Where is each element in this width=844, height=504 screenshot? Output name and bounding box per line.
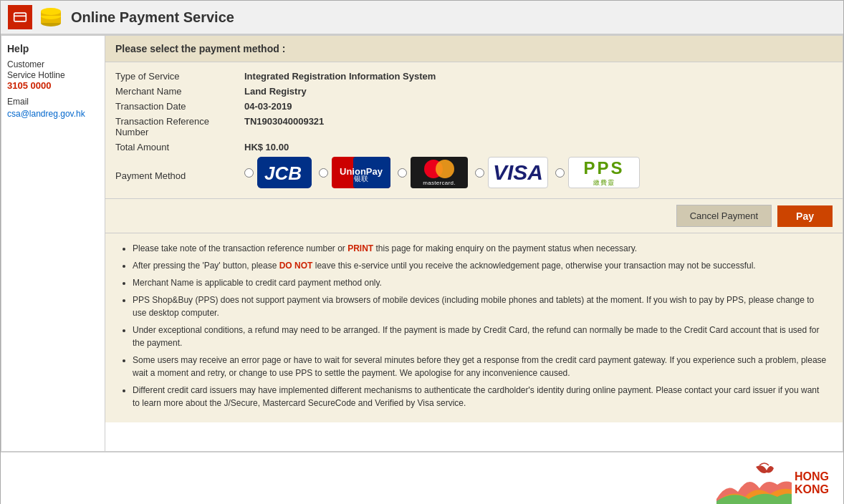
- payment-section-header: Please select the payment method :: [105, 36, 843, 62]
- sidebar-email-label: Email: [7, 97, 99, 107]
- type-of-service-value: Integrated Registration Information Syst…: [244, 71, 436, 82]
- action-bar: Cancel Payment Pay: [105, 199, 843, 233]
- footer: HONG KONG: [1, 452, 843, 504]
- visa-option[interactable]: VISA: [475, 157, 548, 188]
- visa-logo: VISA: [488, 157, 548, 188]
- sidebar-phone[interactable]: 3105 0000: [7, 80, 99, 91]
- payment-icon: [13, 10, 27, 24]
- transaction-date-value: 04-03-2019: [244, 101, 292, 112]
- hk-brand: HONG KONG: [713, 460, 829, 504]
- cancel-payment-button[interactable]: Cancel Payment: [676, 205, 772, 227]
- total-amount-label: Total Amount: [115, 142, 244, 152]
- pps-logo: PPS 繳費靈: [568, 157, 640, 188]
- visa-radio[interactable]: [475, 168, 484, 178]
- svg-point-6: [41, 8, 61, 15]
- note-item: Some users may receive an error page or …: [133, 354, 828, 379]
- svg-text:JCB: JCB: [264, 163, 302, 184]
- svg-rect-0: [14, 13, 27, 21]
- coin-stack-icon: [38, 7, 64, 27]
- jcb-option[interactable]: JCB: [244, 157, 312, 188]
- pay-button[interactable]: Pay: [777, 205, 833, 227]
- merchant-name-label: Merchant Name: [115, 86, 244, 97]
- transaction-date-label: Transaction Date: [115, 101, 244, 112]
- hk-text-hong: HONG: [795, 470, 829, 483]
- content-area: Please select the payment method : Type …: [105, 36, 843, 422]
- page-title: Online Payment Service: [71, 9, 234, 26]
- unionpay-option[interactable]: UnionPay 银联: [319, 157, 390, 188]
- merchant-name-value: Land Registry: [244, 86, 307, 97]
- note-item: Under exceptional conditions, a refund m…: [133, 324, 828, 349]
- note-item: Please take note of the transaction refe…: [133, 242, 828, 255]
- transaction-ref-label: Transaction Reference Number: [115, 116, 244, 137]
- note-item: After pressing the 'Pay' button, please …: [133, 259, 828, 272]
- note-item: PPS Shop&Buy (PPS) does not support paym…: [133, 294, 828, 319]
- type-of-service-label: Type of Service: [115, 71, 244, 82]
- payment-options: JCB UnionPay 银联: [244, 157, 640, 188]
- payment-method-label: Payment Method: [115, 165, 244, 181]
- hk-text-kong: KONG: [795, 483, 829, 496]
- payment-details: Type of Service Integrated Registration …: [105, 62, 843, 199]
- jcb-radio[interactable]: [244, 168, 254, 178]
- mastercard-logo: mastercard.: [411, 157, 468, 188]
- pps-radio[interactable]: [555, 168, 565, 178]
- sidebar: Help Customer Service Hotline 3105 0000 …: [1, 36, 105, 451]
- sidebar-email-link[interactable]: csa@landreg.gov.hk: [7, 109, 85, 119]
- transaction-ref-value: TN1903040009321: [244, 116, 324, 127]
- print-highlight: PRINT: [347, 243, 373, 253]
- donot-highlight: DO NOT: [279, 261, 313, 271]
- pps-option[interactable]: PPS 繳費靈: [555, 157, 640, 188]
- unionpay-radio[interactable]: [319, 168, 328, 178]
- hk-bauhinia-logo: [713, 460, 792, 504]
- mastercard-option[interactable]: mastercard.: [398, 157, 468, 188]
- note-item: Different credit card issuers may have i…: [133, 384, 828, 410]
- jcb-logo: JCB: [257, 157, 312, 188]
- total-amount-value: HK$ 10.00: [244, 142, 289, 152]
- unionpay-logo: UnionPay 银联: [332, 157, 390, 188]
- notes-section: Please take note of the transaction refe…: [105, 233, 843, 422]
- note-item: Merchant Name is applicable to credit ca…: [133, 276, 828, 289]
- mastercard-radio[interactable]: [398, 168, 407, 178]
- sidebar-help-label: Help: [7, 43, 99, 54]
- header-icon: [8, 5, 32, 29]
- sidebar-customer-label: Customer Service Hotline: [7, 59, 99, 80]
- svg-text:银联: 银联: [353, 175, 368, 183]
